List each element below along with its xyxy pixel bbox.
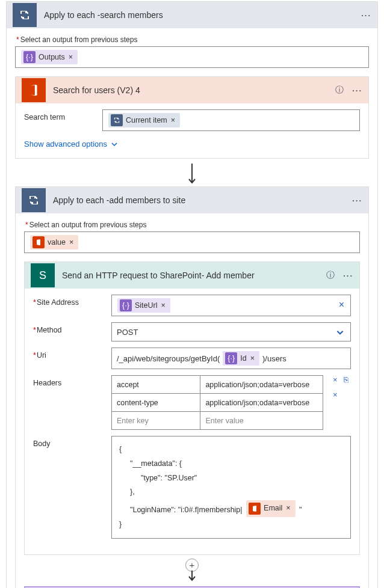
email-token[interactable]: Email × xyxy=(246,500,296,517)
outputs-token[interactable]: {·} Outputs × xyxy=(21,50,78,64)
office365-icon xyxy=(249,503,261,515)
siteurl-token-remove[interactable]: × xyxy=(161,301,166,310)
uri-prefix-text: /_api/web/sitegroups/getById( xyxy=(116,353,221,364)
body-label: Body xyxy=(33,436,111,539)
uri-input[interactable]: /_api/web/sitegroups/getById( {·} Id × )… xyxy=(111,348,351,369)
apply-to-each-2-menu[interactable]: ··· xyxy=(352,196,362,205)
body-input[interactable]: { "__metadata": { "type": "SP.User" }, "… xyxy=(111,436,351,539)
id-token-remove[interactable]: × xyxy=(250,354,255,363)
flow-arrow-icon xyxy=(24,571,360,581)
office365-icon xyxy=(33,236,45,248)
delete-header-icon[interactable]: × xyxy=(333,375,338,384)
flow-arrow-icon xyxy=(15,164,369,184)
method-label: Method xyxy=(33,322,111,341)
office365-icon xyxy=(22,78,46,102)
chevron-down-icon[interactable] xyxy=(336,328,344,337)
uri-label: Uri xyxy=(33,348,111,369)
apply-to-each-icon xyxy=(13,3,37,27)
current-item-token[interactable]: Current item × xyxy=(108,113,180,127)
value-token-remove[interactable]: × xyxy=(69,238,73,247)
apply-to-each-icon xyxy=(22,188,46,212)
headers-table[interactable]: accept application/json;odata=verbose co… xyxy=(111,375,323,430)
header-value-placeholder[interactable]: Enter value xyxy=(200,412,323,430)
outputs-token-remove[interactable]: × xyxy=(69,53,73,61)
show-advanced-label: Show advanced options xyxy=(24,139,107,149)
delete-header-icon[interactable]: × xyxy=(333,390,338,399)
sharepoint-icon: S xyxy=(31,263,55,287)
apply-to-each-1-menu[interactable]: ··· xyxy=(361,11,371,20)
show-advanced-options-link[interactable]: Show advanced options xyxy=(24,139,118,149)
header-value[interactable]: application/json;odata=verbose xyxy=(200,394,323,412)
body-text: "type": "SP.User" xyxy=(119,471,343,486)
body-text: "LoginName": "i:0#.f|membership| xyxy=(130,506,243,514)
body-text: } xyxy=(119,518,343,532)
expression-icon: {·} xyxy=(225,352,237,364)
foreach1-output-input[interactable]: {·} Outputs × xyxy=(15,46,369,68)
id-token[interactable]: {·} Id × xyxy=(223,351,259,366)
method-select[interactable]: POST xyxy=(111,322,351,341)
siteurl-token-label: SiteUrl xyxy=(135,301,158,310)
header-row: accept application/json;odata=verbose xyxy=(112,376,323,394)
search-users-help-icon[interactable]: ⓘ xyxy=(335,85,344,96)
foreach2-output-input[interactable]: value × xyxy=(24,231,360,253)
header-row-empty: Enter key Enter value xyxy=(112,412,323,430)
outputs-token-label: Outputs xyxy=(39,53,65,61)
header-key-placeholder[interactable]: Enter key xyxy=(112,412,200,430)
switch-to-text-mode-icon[interactable]: ⎘ xyxy=(344,375,348,384)
search-users-title: Search for users (V2) 4 xyxy=(53,85,335,95)
sp-http-title: Send an HTTP request to SharePoint- Add … xyxy=(62,271,326,280)
add-action-button[interactable]: + xyxy=(185,559,199,572)
apply-to-each-1-title: Apply to each -search members xyxy=(44,10,361,20)
header-value[interactable]: application/json;odata=verbose xyxy=(200,376,323,394)
apply-to-each-2-title: Apply to each -add members to site xyxy=(53,195,352,205)
header-row: content-type application/json;odata=verb… xyxy=(112,394,323,412)
chevron-down-icon xyxy=(111,141,118,148)
sp-http-help-icon[interactable]: ⓘ xyxy=(326,270,335,281)
foreach2-select-label: Select an output from previous steps xyxy=(25,221,360,229)
expression-icon: {·} xyxy=(120,299,132,311)
clear-site-address-icon[interactable]: × xyxy=(339,299,344,310)
expression-icon: {·} xyxy=(23,51,36,63)
search-users-menu[interactable]: ··· xyxy=(352,86,362,95)
search-term-input[interactable]: Current item × xyxy=(102,109,360,131)
site-address-input[interactable]: {·} SiteUrl × × xyxy=(111,295,351,316)
email-token-label: Email xyxy=(264,501,282,516)
header-key[interactable]: content-type xyxy=(112,394,200,412)
uri-suffix-text: )/users xyxy=(261,353,288,364)
current-item-token-remove[interactable]: × xyxy=(171,116,175,124)
headers-label: Headers xyxy=(33,375,111,430)
body-text: " xyxy=(299,506,302,514)
body-text: { xyxy=(119,443,343,457)
email-token-remove[interactable]: × xyxy=(286,501,290,516)
site-address-label: Site Address xyxy=(33,295,111,316)
search-term-label: Search term xyxy=(24,109,102,131)
body-text: }, xyxy=(119,485,343,500)
id-token-label: Id xyxy=(240,354,246,363)
method-value: POST xyxy=(116,326,139,338)
header-key[interactable]: accept xyxy=(112,376,200,394)
value-token-label: value xyxy=(48,238,66,247)
loop-item-icon xyxy=(111,114,123,126)
siteurl-token[interactable]: {·} SiteUrl × xyxy=(117,298,170,313)
current-item-token-label: Current item xyxy=(126,116,167,124)
body-text: "__metadata": { xyxy=(119,457,343,471)
value-token[interactable]: value × xyxy=(30,235,78,250)
foreach1-select-label: Select an output from previous steps xyxy=(16,35,369,44)
sp-http-menu[interactable]: ··· xyxy=(343,271,353,280)
